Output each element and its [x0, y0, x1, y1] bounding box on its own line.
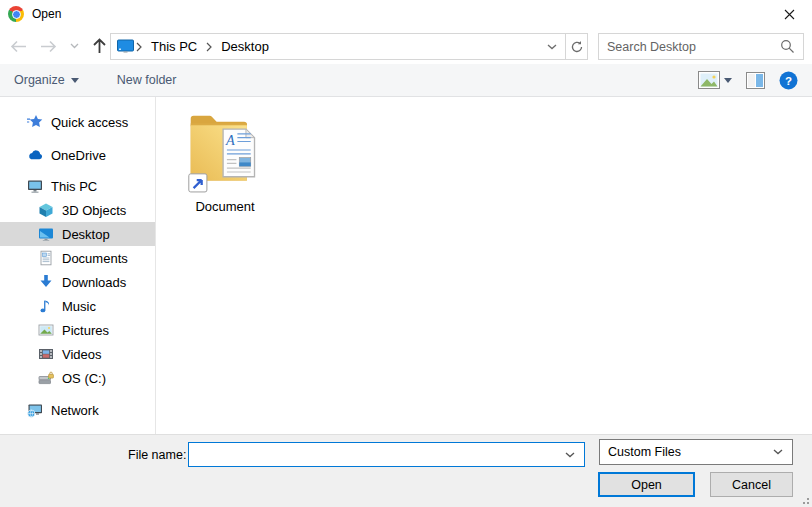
chevron-down-icon	[724, 78, 732, 83]
close-button[interactable]	[766, 0, 812, 28]
open-button[interactable]: Open	[598, 472, 695, 497]
sidebar-item-3d-objects[interactable]: 3D Objects	[0, 198, 155, 222]
3d-objects-icon	[38, 202, 54, 218]
music-icon	[38, 298, 54, 314]
file-name-input[interactable]	[189, 443, 556, 466]
this-pc-icon	[27, 178, 43, 194]
svg-text:A: A	[225, 132, 235, 148]
help-icon: ?	[779, 71, 798, 90]
resize-grip[interactable]	[800, 495, 810, 505]
cancel-button[interactable]: Cancel	[710, 472, 793, 497]
breadcrumb-chevron-icon[interactable]	[134, 42, 144, 52]
search-input[interactable]	[599, 40, 778, 54]
file-item-label: Document	[195, 199, 254, 214]
up-arrow-icon	[92, 38, 107, 54]
os-c-drive-icon	[38, 370, 54, 386]
view-thumbnail-icon	[698, 71, 720, 89]
new-folder-label: New folder	[117, 73, 177, 87]
sidebar-item-os-c[interactable]: OS (C:)	[0, 366, 155, 390]
sidebar-item-label: Downloads	[62, 275, 126, 290]
preview-pane-icon	[746, 72, 765, 89]
address-bar[interactable]: This PC Desktop	[110, 33, 588, 60]
desktop-icon	[38, 226, 54, 242]
sidebar-item-label: Quick access	[51, 115, 128, 130]
sidebar-item-quick-access[interactable]: Quick access	[0, 110, 155, 134]
documents-icon	[38, 250, 54, 266]
sidebar-item-music[interactable]: Music	[0, 294, 155, 318]
sidebar-item-pictures[interactable]: Pictures	[0, 318, 155, 342]
file-type-dropdown-button[interactable]	[764, 449, 792, 455]
new-folder-button[interactable]: New folder	[109, 64, 185, 96]
help-button[interactable]: ?	[777, 69, 800, 92]
sidebar-item-label: OneDrive	[51, 148, 106, 163]
sidebar-item-label: Desktop	[62, 227, 110, 242]
breadcrumb-this-pc[interactable]: This PC	[144, 34, 204, 59]
file-item-document[interactable]: A Document	[175, 105, 275, 214]
recent-locations-button[interactable]	[68, 41, 81, 51]
file-name-label: File name:	[128, 448, 186, 462]
change-view-button[interactable]	[696, 69, 734, 91]
organize-label: Organize	[14, 73, 65, 87]
file-list-area[interactable]: A Document	[157, 97, 812, 434]
sidebar-item-onedrive[interactable]: OneDrive	[0, 143, 155, 167]
sidebar-item-this-pc[interactable]: This PC	[0, 174, 155, 198]
organize-button[interactable]: Organize	[6, 64, 87, 96]
quick-access-icon	[27, 114, 43, 130]
breadcrumb-desktop[interactable]: Desktop	[214, 34, 276, 59]
sidebar-item-label: Music	[62, 299, 96, 314]
preview-pane-button[interactable]	[744, 70, 767, 91]
sidebar-item-label: 3D Objects	[62, 203, 126, 218]
open-dialog: Open	[0, 0, 812, 507]
sidebar-item-label: Pictures	[62, 323, 109, 338]
address-dropdown-button[interactable]	[539, 34, 565, 59]
file-type-select[interactable]: Custom Files	[599, 439, 793, 465]
sidebar-item-label: Videos	[62, 347, 102, 362]
sidebar-item-label: OS (C:)	[62, 371, 106, 386]
file-name-combobox	[188, 442, 585, 467]
file-name-dropdown-button[interactable]	[556, 452, 584, 458]
pictures-icon	[38, 322, 54, 338]
search-box	[598, 33, 804, 60]
breadcrumb-chevron-icon[interactable]	[204, 42, 214, 52]
folder-shortcut-icon: A	[185, 105, 265, 197]
chevron-down-icon	[70, 43, 79, 49]
location-monitor-icon	[117, 39, 134, 54]
sidebar-item-desktop[interactable]: Desktop	[0, 222, 155, 246]
up-button[interactable]	[90, 36, 109, 56]
sidebar-item-videos[interactable]: Videos	[0, 342, 155, 366]
sidebar-item-documents[interactable]: Documents	[0, 246, 155, 270]
network-icon	[27, 402, 43, 418]
window-title: Open	[32, 7, 61, 21]
title-bar: Open	[0, 0, 812, 28]
sidebar-item-downloads[interactable]: Downloads	[0, 270, 155, 294]
close-icon	[784, 9, 795, 20]
videos-icon	[38, 346, 54, 362]
search-icon[interactable]	[778, 39, 803, 54]
sidebar-item-label: Network	[51, 403, 99, 418]
navigation-pane: Quick access OneDrive This PC 3D Ob	[0, 97, 156, 434]
chevron-down-icon	[565, 452, 575, 458]
chevron-down-icon	[773, 449, 783, 455]
sidebar-item-label: This PC	[51, 179, 97, 194]
chevron-down-icon	[71, 78, 79, 83]
chrome-logo-icon	[8, 6, 24, 22]
onedrive-icon	[27, 147, 43, 163]
navigation-bar: This PC Desktop	[0, 28, 812, 64]
back-button[interactable]	[8, 38, 29, 55]
chevron-down-icon	[547, 44, 557, 50]
command-toolbar: Organize New folder	[0, 64, 812, 97]
back-arrow-icon	[10, 40, 27, 53]
forward-arrow-icon	[40, 40, 57, 53]
sidebar-item-network[interactable]: Network	[0, 398, 155, 422]
forward-button[interactable]	[38, 38, 59, 55]
refresh-button[interactable]	[566, 34, 587, 59]
file-type-value: Custom Files	[600, 445, 764, 459]
downloads-icon	[38, 274, 54, 290]
sidebar-item-label: Documents	[62, 251, 128, 266]
svg-text:?: ?	[785, 74, 792, 86]
refresh-icon	[570, 40, 584, 54]
dialog-footer: File name: Custom Files Open Cancel	[0, 434, 812, 507]
